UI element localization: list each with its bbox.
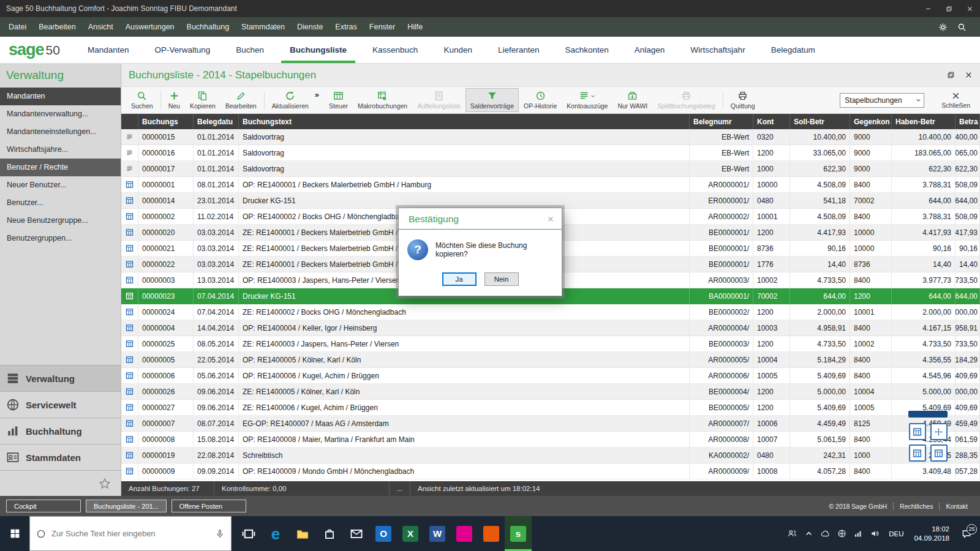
footer-link-kontakt[interactable]: Kontakt: [939, 503, 974, 510]
toolbar-saldenvortr-ge[interactable]: Saldenvorträge: [466, 88, 519, 112]
taskbar-icon-store[interactable]: [316, 516, 343, 551]
taskbar-icon-sage[interactable]: s: [505, 516, 532, 551]
tab-op-verwaltung[interactable]: OP-Verwaltung: [141, 37, 223, 63]
close-view-icon[interactable]: [965, 71, 973, 79]
taskbar-icon-file-explorer[interactable]: [289, 516, 316, 551]
settings-gear-icon[interactable]: [938, 23, 948, 32]
table-row[interactable]: 0000001501.01.2014SaldovortragEB-Wert032…: [121, 129, 980, 145]
tab-belegdatum[interactable]: Belegdatum: [758, 37, 828, 63]
taskbar-icon-word[interactable]: W: [424, 516, 451, 551]
taskbar-icon-task-view[interactable]: [235, 516, 262, 551]
toolbar-kopieren[interactable]: Kopieren: [185, 88, 221, 112]
chevup-icon[interactable]: [801, 529, 817, 538]
tab-sachkonten[interactable]: Sachkonten: [552, 37, 622, 63]
column-header-betra[interactable]: Betra: [956, 114, 980, 129]
sidebar-section-stammdaten[interactable]: Stammdaten: [0, 444, 121, 470]
restore-button[interactable]: [938, 0, 959, 17]
globe-icon[interactable]: [834, 529, 850, 538]
menubar-item-fenster[interactable]: Fenster: [363, 17, 401, 37]
table-row[interactable]: 0000002508.05.2014ZE: RE1400003 / Jasper…: [121, 336, 980, 352]
restore-view-icon[interactable]: [947, 71, 955, 79]
close-list-button[interactable]: Schließen: [937, 90, 975, 110]
network-icon[interactable]: [850, 529, 867, 538]
table-row[interactable]: 0000001423.01.2014Drucker KG-151ER000000…: [121, 193, 980, 209]
taskbar-icon-mail[interactable]: [343, 516, 370, 551]
menubar-item-ansicht[interactable]: Ansicht: [82, 17, 119, 37]
taskbar-search-input[interactable]: [51, 529, 209, 538]
people-icon[interactable]: [784, 529, 801, 538]
taskbar-icon-edge[interactable]: e: [262, 516, 289, 551]
doc-tab-cockpit[interactable]: Cockpit: [6, 500, 81, 512]
column-header-buchungstext[interactable]: Buchungstext: [239, 114, 690, 129]
toolbar-bearbeiten[interactable]: Bearbeiten: [221, 88, 262, 112]
column-header-gegenkon[interactable]: Gegenkon: [850, 114, 892, 129]
close-button[interactable]: [959, 0, 980, 17]
toolbar-kontoausz-ge[interactable]: Kontoauszüge: [562, 88, 612, 112]
start-button[interactable]: [0, 516, 29, 551]
menubar-item-datei[interactable]: Datei: [2, 17, 32, 37]
sidebar-section-verwaltung[interactable]: Verwaltung: [0, 365, 121, 391]
taskbar-clock[interactable]: 18:02 04.09.2018: [909, 525, 954, 543]
toolbar-steuer[interactable]: Steuer: [324, 88, 353, 112]
toolbar-splittbuchungsbeleg[interactable]: Splittbuchungsbeleg: [652, 88, 720, 112]
toolbar-aufteilungsliste[interactable]: Aufteilungsliste: [412, 88, 466, 112]
toolbar-overflow-button[interactable]: »: [314, 88, 324, 99]
no-button[interactable]: Nein: [484, 272, 519, 286]
table-row[interactable]: 0000001601.01.2014SaldovortragEB-Wert120…: [121, 145, 980, 161]
table-row[interactable]: 0000000414.04.2014OP: RE1400004 / Keller…: [121, 320, 980, 336]
taskbar-icon-excel[interactable]: X: [397, 516, 424, 551]
table-row[interactable]: 0000000708.07.2014EG-OP: RE1400007 / Maa…: [121, 416, 980, 432]
yes-button[interactable]: Ja: [442, 272, 477, 286]
column-header-kont[interactable]: Kont: [753, 114, 790, 129]
sidebar-item-neuer-benutzer[interactable]: Neuer Benutzer...: [0, 176, 121, 194]
sidebar-section-servicewelt[interactable]: Servicewelt: [0, 391, 121, 418]
tab-kunden[interactable]: Kunden: [431, 37, 485, 63]
record-nav-button-4[interactable]: [930, 444, 948, 462]
minimize-button[interactable]: [918, 0, 938, 17]
toolbar-aktualisieren[interactable]: Aktualisieren: [267, 88, 314, 112]
dialog-close-icon[interactable]: [547, 216, 554, 223]
sidebar-item-mandanteneinstellungen[interactable]: Mandanteneinstellungen...: [0, 123, 121, 141]
table-row[interactable]: 0000000522.05.2014OP: RE1400005 / Kölner…: [121, 352, 980, 368]
table-row[interactable]: 0000002709.06.2014ZE: RE1400006 / Kugel,…: [121, 400, 980, 416]
record-nav-button-3[interactable]: [909, 444, 926, 462]
record-navigator-handle[interactable]: [908, 411, 948, 418]
table-row[interactable]: 0000000605.06.2014OP: RE1400006 / Kugel,…: [121, 368, 980, 384]
column-header-belegdatu[interactable]: Belegdatu: [194, 114, 239, 129]
sidebar-item-benutzer-rechte[interactable]: Benutzer / Rechte: [0, 159, 121, 176]
menubar-item-extras[interactable]: Extras: [329, 17, 363, 37]
record-nav-button-2[interactable]: [930, 423, 948, 440]
microphone-icon[interactable]: [215, 529, 225, 539]
column-header-soll-betr[interactable]: Soll-Betr: [790, 114, 850, 129]
toolbar-suchen[interactable]: Suchen: [126, 88, 158, 112]
taskbar-icon-pink-app[interactable]: [451, 516, 478, 551]
tab-lieferanten[interactable]: Lieferanten: [485, 37, 552, 63]
table-row[interactable]: 0000001701.01.2014SaldovortragEB-Wert100…: [121, 161, 980, 177]
table-row[interactable]: 0000001922.08.2014SchreibtischKA0000002/…: [121, 448, 980, 463]
sidebar-item-neue-benutzergruppe[interactable]: Neue Benutzergruppe...: [0, 212, 121, 230]
menubar-item-dienste[interactable]: Dienste: [291, 17, 329, 37]
language-indicator[interactable]: DEU: [884, 530, 908, 538]
volume-icon[interactable]: [867, 529, 883, 538]
tab-kassenbuch[interactable]: Kassenbuch: [360, 37, 431, 63]
tab-buchungsliste[interactable]: Buchungsliste: [277, 37, 360, 63]
menubar-search-icon[interactable]: [957, 23, 967, 32]
tab-anlagen[interactable]: Anlagen: [622, 37, 678, 63]
sidebar-item-mandantenverwaltung[interactable]: Mandantenverwaltung...: [0, 105, 121, 123]
table-row[interactable]: 0000000108.01.2014OP: RE1400001 / Becker…: [121, 177, 980, 193]
menubar-item-stammdaten[interactable]: Stammdaten: [235, 17, 291, 37]
view-mode-dropdown[interactable]: Stapelbuchungen: [840, 93, 924, 108]
tab-mandanten[interactable]: Mandanten: [75, 37, 142, 63]
taskbar-search[interactable]: [29, 516, 232, 551]
column-header-icon[interactable]: [121, 114, 138, 129]
tab-buchen[interactable]: Buchen: [223, 37, 277, 63]
footer-link-rechtliches[interactable]: Rechtliches: [893, 503, 939, 510]
table-row[interactable]: 0000000815.08.2014OP: RE1400008 / Maier,…: [121, 432, 980, 448]
sidebar-item-benutzergruppen[interactable]: Benutzergruppen...: [0, 230, 121, 247]
sidebar-item-wirtschaftsjahre[interactable]: Wirtschaftsjahre...: [0, 141, 121, 159]
doc-tab-offene-posten[interactable]: Offene Posten: [172, 500, 246, 512]
menubar-item-buchhaltung[interactable]: Buchhaltung: [181, 17, 236, 37]
menubar-item-hilfe[interactable]: Hilfe: [401, 17, 429, 37]
record-nav-button-1[interactable]: [909, 423, 926, 440]
column-header-haben-betr[interactable]: Haben-Betr: [892, 114, 956, 129]
